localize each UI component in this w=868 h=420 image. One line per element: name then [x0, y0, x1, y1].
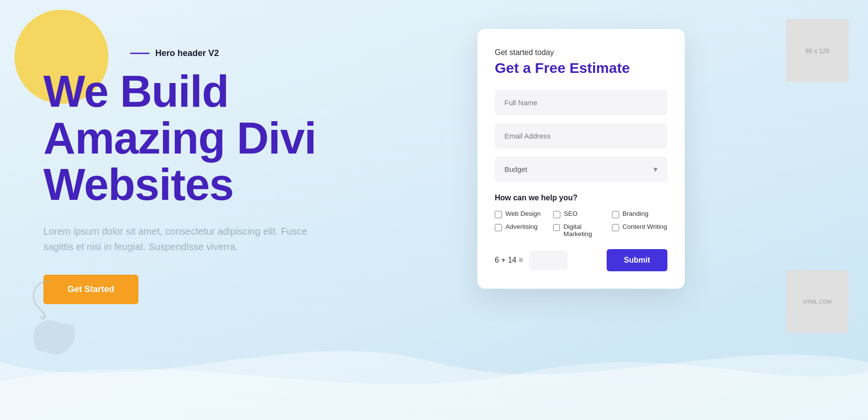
checkbox-content-writing-label: Content Writing — [623, 223, 667, 230]
checkbox-advertising-input[interactable] — [495, 224, 502, 231]
hero-description: Lorem ipsum dolor sit amet, consectetur … — [43, 224, 313, 254]
checkbox-web-design-label: Web Design — [505, 210, 541, 217]
checkbox-web-design[interactable]: Web Design — [495, 210, 550, 218]
checkbox-content-writing-input[interactable] — [612, 224, 619, 231]
right-image-bottom: HTML.COM — [786, 270, 849, 333]
services-checkboxes: Web Design SEO Branding Advertising Digi… — [495, 210, 667, 238]
email-input[interactable] — [495, 123, 667, 149]
captcha-equation: 6 + 14 = — [495, 256, 523, 265]
budget-select-wrapper: Budget Under $1,000 $1,000 - $5,000 $5,0… — [495, 156, 667, 182]
budget-select[interactable]: Budget Under $1,000 $1,000 - $5,000 $5,0… — [495, 156, 667, 182]
checkbox-advertising[interactable]: Advertising — [495, 223, 550, 238]
checkbox-content-writing[interactable]: Content Writing — [612, 223, 667, 238]
checkbox-digital-marketing-input[interactable] — [553, 224, 560, 231]
checkbox-seo-label: SEO — [564, 210, 578, 217]
help-label: How can we help you? — [495, 194, 667, 202]
checkbox-branding-label: Branding — [623, 210, 649, 217]
checkbox-branding-input[interactable] — [612, 211, 619, 218]
checkbox-web-design-input[interactable] — [495, 211, 502, 218]
checkbox-seo[interactable]: SEO — [553, 210, 609, 218]
form-panel: Get started today Get a Free Estimate Bu… — [477, 29, 685, 289]
hero-section: Hero header V2 We Build Amazing Divi Web… — [0, 0, 463, 420]
hero-title: We Build Amazing Divi Websites — [43, 68, 424, 208]
checkbox-advertising-label: Advertising — [505, 223, 538, 230]
submit-button[interactable]: Submit — [607, 249, 667, 271]
full-name-input[interactable] — [495, 90, 667, 115]
checkbox-digital-marketing-label: Digital Marketing — [563, 223, 609, 238]
header-label-row: Hero header V2 — [130, 48, 424, 58]
checkbox-branding[interactable]: Branding — [612, 210, 667, 218]
header-line-decoration — [130, 53, 149, 54]
form-subtitle: Get started today — [495, 48, 667, 57]
checkbox-seo-input[interactable] — [553, 211, 560, 218]
header-label-text: Hero header V2 — [155, 48, 219, 58]
page-wrapper: Hero header V2 We Build Amazing Divi Web… — [0, 0, 868, 420]
blob-decoration — [29, 312, 82, 362]
checkbox-digital-marketing[interactable]: Digital Marketing — [553, 223, 609, 238]
captcha-input[interactable] — [529, 251, 568, 270]
form-title: Get a Free Estimate — [495, 60, 667, 76]
right-image-top: 95 x 125 — [786, 19, 849, 82]
captcha-row: 6 + 14 = Submit — [495, 249, 667, 271]
